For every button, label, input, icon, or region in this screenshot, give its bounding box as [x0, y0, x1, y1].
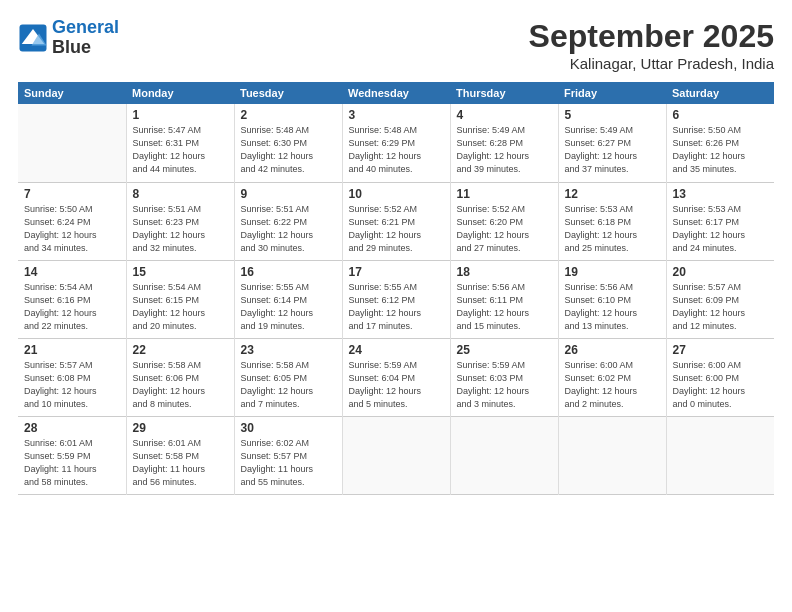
calendar-cell: 14Sunrise: 5:54 AM Sunset: 6:16 PM Dayli… [18, 260, 126, 338]
day-number: 21 [24, 343, 120, 357]
calendar-cell: 9Sunrise: 5:51 AM Sunset: 6:22 PM Daylig… [234, 182, 342, 260]
day-info: Sunrise: 5:56 AM Sunset: 6:10 PM Dayligh… [565, 281, 660, 333]
calendar-cell: 7Sunrise: 5:50 AM Sunset: 6:24 PM Daylig… [18, 182, 126, 260]
day-info: Sunrise: 6:00 AM Sunset: 6:02 PM Dayligh… [565, 359, 660, 411]
logo-text: General Blue [52, 18, 119, 58]
day-info: Sunrise: 5:51 AM Sunset: 6:22 PM Dayligh… [241, 203, 336, 255]
day-info: Sunrise: 5:52 AM Sunset: 6:20 PM Dayligh… [457, 203, 552, 255]
calendar-cell: 6Sunrise: 5:50 AM Sunset: 6:26 PM Daylig… [666, 104, 774, 182]
calendar-cell: 10Sunrise: 5:52 AM Sunset: 6:21 PM Dayli… [342, 182, 450, 260]
day-info: Sunrise: 5:59 AM Sunset: 6:03 PM Dayligh… [457, 359, 552, 411]
calendar-cell: 1Sunrise: 5:47 AM Sunset: 6:31 PM Daylig… [126, 104, 234, 182]
day-info: Sunrise: 5:48 AM Sunset: 6:30 PM Dayligh… [241, 124, 336, 176]
day-info: Sunrise: 6:01 AM Sunset: 5:58 PM Dayligh… [133, 437, 228, 489]
day-number: 15 [133, 265, 228, 279]
calendar-header: Sunday Monday Tuesday Wednesday Thursday… [18, 82, 774, 104]
calendar-cell [450, 416, 558, 494]
day-number: 1 [133, 108, 228, 122]
calendar-cell: 2Sunrise: 5:48 AM Sunset: 6:30 PM Daylig… [234, 104, 342, 182]
day-info: Sunrise: 5:54 AM Sunset: 6:16 PM Dayligh… [24, 281, 120, 333]
day-info: Sunrise: 5:59 AM Sunset: 6:04 PM Dayligh… [349, 359, 444, 411]
day-number: 4 [457, 108, 552, 122]
calendar-cell: 20Sunrise: 5:57 AM Sunset: 6:09 PM Dayli… [666, 260, 774, 338]
calendar-cell: 29Sunrise: 6:01 AM Sunset: 5:58 PM Dayli… [126, 416, 234, 494]
header-sunday: Sunday [18, 82, 126, 104]
logo: General Blue [18, 18, 119, 58]
location-subtitle: Kalinagar, Uttar Pradesh, India [529, 55, 774, 72]
calendar-cell: 4Sunrise: 5:49 AM Sunset: 6:28 PM Daylig… [450, 104, 558, 182]
calendar-cell: 11Sunrise: 5:52 AM Sunset: 6:20 PM Dayli… [450, 182, 558, 260]
day-info: Sunrise: 5:50 AM Sunset: 6:26 PM Dayligh… [673, 124, 769, 176]
day-info: Sunrise: 5:52 AM Sunset: 6:21 PM Dayligh… [349, 203, 444, 255]
day-info: Sunrise: 5:47 AM Sunset: 6:31 PM Dayligh… [133, 124, 228, 176]
day-number: 3 [349, 108, 444, 122]
day-number: 6 [673, 108, 769, 122]
calendar-cell: 24Sunrise: 5:59 AM Sunset: 6:04 PM Dayli… [342, 338, 450, 416]
day-info: Sunrise: 5:49 AM Sunset: 6:27 PM Dayligh… [565, 124, 660, 176]
day-info: Sunrise: 5:57 AM Sunset: 6:08 PM Dayligh… [24, 359, 120, 411]
day-info: Sunrise: 5:49 AM Sunset: 6:28 PM Dayligh… [457, 124, 552, 176]
day-number: 30 [241, 421, 336, 435]
day-number: 2 [241, 108, 336, 122]
day-info: Sunrise: 5:48 AM Sunset: 6:29 PM Dayligh… [349, 124, 444, 176]
header-friday: Friday [558, 82, 666, 104]
day-info: Sunrise: 6:01 AM Sunset: 5:59 PM Dayligh… [24, 437, 120, 489]
day-number: 9 [241, 187, 336, 201]
header-monday: Monday [126, 82, 234, 104]
calendar-cell: 22Sunrise: 5:58 AM Sunset: 6:06 PM Dayli… [126, 338, 234, 416]
calendar-cell [18, 104, 126, 182]
day-info: Sunrise: 6:00 AM Sunset: 6:00 PM Dayligh… [673, 359, 769, 411]
logo-icon [18, 23, 48, 53]
day-info: Sunrise: 5:50 AM Sunset: 6:24 PM Dayligh… [24, 203, 120, 255]
day-info: Sunrise: 5:58 AM Sunset: 6:06 PM Dayligh… [133, 359, 228, 411]
calendar-cell: 23Sunrise: 5:58 AM Sunset: 6:05 PM Dayli… [234, 338, 342, 416]
day-number: 18 [457, 265, 552, 279]
calendar-cell: 26Sunrise: 6:00 AM Sunset: 6:02 PM Dayli… [558, 338, 666, 416]
calendar-cell: 18Sunrise: 5:56 AM Sunset: 6:11 PM Dayli… [450, 260, 558, 338]
header-saturday: Saturday [666, 82, 774, 104]
calendar-cell: 19Sunrise: 5:56 AM Sunset: 6:10 PM Dayli… [558, 260, 666, 338]
day-number: 27 [673, 343, 769, 357]
day-info: Sunrise: 6:02 AM Sunset: 5:57 PM Dayligh… [241, 437, 336, 489]
header-tuesday: Tuesday [234, 82, 342, 104]
calendar-cell: 15Sunrise: 5:54 AM Sunset: 6:15 PM Dayli… [126, 260, 234, 338]
day-info: Sunrise: 5:53 AM Sunset: 6:17 PM Dayligh… [673, 203, 769, 255]
calendar-cell: 21Sunrise: 5:57 AM Sunset: 6:08 PM Dayli… [18, 338, 126, 416]
day-number: 11 [457, 187, 552, 201]
calendar-cell: 30Sunrise: 6:02 AM Sunset: 5:57 PM Dayli… [234, 416, 342, 494]
day-info: Sunrise: 5:54 AM Sunset: 6:15 PM Dayligh… [133, 281, 228, 333]
day-info: Sunrise: 5:55 AM Sunset: 6:14 PM Dayligh… [241, 281, 336, 333]
header-thursday: Thursday [450, 82, 558, 104]
day-number: 19 [565, 265, 660, 279]
calendar-cell: 16Sunrise: 5:55 AM Sunset: 6:14 PM Dayli… [234, 260, 342, 338]
calendar-cell: 12Sunrise: 5:53 AM Sunset: 6:18 PM Dayli… [558, 182, 666, 260]
day-info: Sunrise: 5:57 AM Sunset: 6:09 PM Dayligh… [673, 281, 769, 333]
day-number: 7 [24, 187, 120, 201]
header-wednesday: Wednesday [342, 82, 450, 104]
day-number: 22 [133, 343, 228, 357]
day-number: 8 [133, 187, 228, 201]
calendar-cell: 5Sunrise: 5:49 AM Sunset: 6:27 PM Daylig… [558, 104, 666, 182]
day-number: 12 [565, 187, 660, 201]
calendar-cell: 13Sunrise: 5:53 AM Sunset: 6:17 PM Dayli… [666, 182, 774, 260]
day-number: 10 [349, 187, 444, 201]
header: General Blue September 2025 Kalinagar, U… [18, 18, 774, 72]
day-number: 23 [241, 343, 336, 357]
calendar-cell: 8Sunrise: 5:51 AM Sunset: 6:23 PM Daylig… [126, 182, 234, 260]
calendar-body: 1Sunrise: 5:47 AM Sunset: 6:31 PM Daylig… [18, 104, 774, 494]
month-title: September 2025 [529, 18, 774, 55]
title-block: September 2025 Kalinagar, Uttar Pradesh,… [529, 18, 774, 72]
calendar-cell: 28Sunrise: 6:01 AM Sunset: 5:59 PM Dayli… [18, 416, 126, 494]
day-number: 13 [673, 187, 769, 201]
day-info: Sunrise: 5:51 AM Sunset: 6:23 PM Dayligh… [133, 203, 228, 255]
day-number: 17 [349, 265, 444, 279]
day-number: 29 [133, 421, 228, 435]
calendar-cell [342, 416, 450, 494]
day-info: Sunrise: 5:53 AM Sunset: 6:18 PM Dayligh… [565, 203, 660, 255]
calendar-cell: 17Sunrise: 5:55 AM Sunset: 6:12 PM Dayli… [342, 260, 450, 338]
day-info: Sunrise: 5:55 AM Sunset: 6:12 PM Dayligh… [349, 281, 444, 333]
day-number: 24 [349, 343, 444, 357]
day-number: 25 [457, 343, 552, 357]
calendar-cell: 27Sunrise: 6:00 AM Sunset: 6:00 PM Dayli… [666, 338, 774, 416]
day-number: 16 [241, 265, 336, 279]
